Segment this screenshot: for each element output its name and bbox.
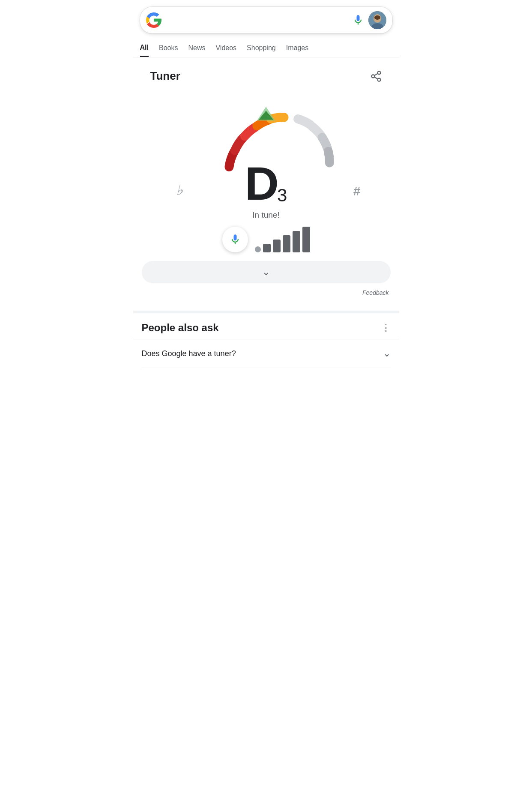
paa-title: People also ask [142,322,219,334]
people-also-ask-section: People also ask ⋮ Does Google have a tun… [133,313,399,368]
svg-line-7 [374,77,378,79]
svg-point-5 [371,75,374,78]
tuner-widget: Tuner [133,57,399,313]
note-octave: 3 [277,185,287,205]
flat-symbol: ♭ [176,181,183,198]
tabs-bar: All Books News Videos Shopping Images [133,39,399,57]
signal-bar-4 [293,231,300,252]
sharp-symbol: # [353,184,361,198]
tab-shopping[interactable]: Shopping [247,39,276,57]
mic-signal-row [142,227,391,252]
signal-bars [255,227,310,252]
google-logo-icon [146,12,161,28]
svg-point-2 [374,15,380,20]
note-display: ♭ D3 # [142,160,391,207]
tab-news[interactable]: News [188,39,205,57]
tab-books[interactable]: Books [159,39,178,57]
note-letter: D [245,160,279,207]
paa-question-item[interactable]: Does Google have a tuner? ⌄ [142,339,391,368]
tab-images[interactable]: Images [286,39,308,57]
microphone-icon[interactable] [352,14,364,26]
tab-all[interactable]: All [140,39,149,57]
mic-button[interactable] [222,227,248,252]
signal-bar-5 [302,227,310,252]
signal-dot [255,246,261,252]
svg-point-6 [377,78,380,81]
three-dot-menu-icon[interactable]: ⋮ [381,322,391,333]
search-bar: google tuner [140,7,392,33]
paa-question-text: Does Google have a tuner? [142,349,236,358]
avatar[interactable] [368,11,386,29]
widget-title: Tuner [150,69,180,83]
svg-line-8 [374,73,378,75]
search-input[interactable]: google tuner [166,15,348,25]
feedback-label[interactable]: Feedback [142,288,391,302]
signal-bar-2 [273,240,281,252]
paa-header: People also ask ⋮ [142,322,391,334]
tab-videos[interactable]: Videos [215,39,236,57]
signal-bar-3 [283,235,290,252]
signal-bar-1 [263,244,271,252]
svg-point-4 [377,71,380,74]
expand-button[interactable]: ⌄ [142,261,391,283]
chevron-down-icon: ⌄ [383,348,391,359]
share-icon[interactable] [370,70,382,82]
expand-chevron-icon: ⌄ [262,267,270,278]
in-tune-status: In tune! [142,210,391,220]
widget-header: Tuner [142,62,391,87]
microphone-button-icon [229,234,241,246]
